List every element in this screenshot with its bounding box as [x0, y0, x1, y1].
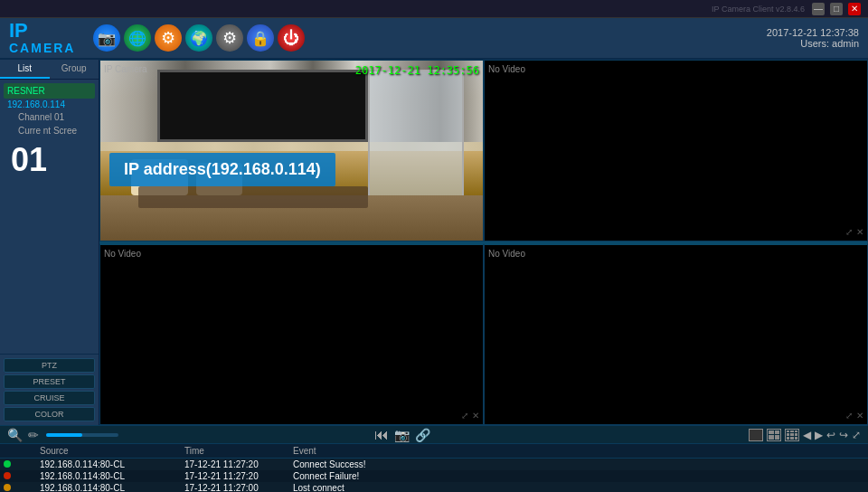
video-icons-bottom-left: ⤢ ✕: [461, 411, 479, 421]
logo-ip: IP: [9, 21, 75, 41]
tab-group[interactable]: Group: [50, 60, 99, 79]
sidebar-tabs: List Group: [0, 60, 99, 80]
no-video-label-bottom-right: No Video: [488, 249, 525, 259]
fullscreen-icon[interactable]: ⤢: [852, 429, 861, 441]
network-icon[interactable]: 🌍: [185, 24, 212, 52]
grid-1x1-button[interactable]: [749, 429, 763, 441]
settings-wheel-icon[interactable]: ⚙: [155, 24, 182, 52]
forward-icon[interactable]: ↪: [839, 429, 848, 441]
close-icon-br[interactable]: ✕: [856, 411, 863, 421]
no-video-label-bottom-left: No Video: [104, 249, 141, 259]
device-resner[interactable]: RESNER: [4, 83, 95, 99]
toolbar-icons: 📷 🌐 ⚙ 🌍 ⚙ 🔒 ⏻: [93, 24, 766, 52]
cam-timestamp: 2017-12-21 12:35:56: [355, 64, 479, 77]
log-area: Source Time Event 192.168.0.114:80-CL 17…: [0, 443, 868, 492]
log-event: Connect Failure!: [293, 471, 864, 481]
edit-icon[interactable]: ✏: [28, 428, 39, 442]
log-source: 192.168.0.114:80-CL: [40, 459, 184, 469]
playback-icon[interactable]: ⏮: [374, 427, 389, 443]
log-source: 192.168.0.114:80-CL: [40, 471, 184, 481]
log-time: 17-12-21 11:27:00: [184, 483, 293, 492]
version-text: IP Camera Client v2.8.4.6: [712, 5, 805, 14]
log-rows: 192.168.0.114:80-CL 17-12-21 11:27:20 Co…: [0, 459, 868, 492]
link-icon[interactable]: 🔗: [415, 428, 430, 442]
search-icon[interactable]: 🔍: [7, 428, 23, 442]
video-icons-top-right: ⤢ ✕: [845, 227, 863, 237]
maximize-button[interactable]: □: [830, 3, 843, 15]
titlebar: IP Camera Client v2.8.4.6 — □ ✕: [0, 0, 868, 18]
video-area: IP Camera 2017-12-21 12:35:56 IP address…: [99, 60, 868, 425]
sidebar: List Group RESNER 192.168.0.114 Channel …: [0, 60, 99, 425]
channel-number: 01: [4, 137, 95, 183]
sidebar-content: RESNER 192.168.0.114 Channel 01 Curre nt…: [0, 80, 99, 354]
log-event: Connect Success!: [293, 459, 864, 469]
expand-icon-br[interactable]: ⤢: [845, 411, 853, 421]
camera-icon[interactable]: 📷: [93, 24, 120, 52]
volume-slider[interactable]: [46, 433, 118, 437]
config-icon[interactable]: ⚙: [216, 24, 243, 52]
next-page-icon[interactable]: ▶: [815, 429, 823, 441]
log-time: 17-12-21 11:27:20: [184, 471, 293, 481]
expand-icon-tr[interactable]: ⤢: [845, 227, 853, 237]
globe-icon[interactable]: 🌐: [124, 24, 151, 52]
preset-button[interactable]: PRESET: [4, 374, 95, 389]
log-header: Source Time Event: [0, 444, 868, 459]
close-button[interactable]: ✕: [848, 3, 861, 15]
close-icon-tr[interactable]: ✕: [856, 227, 863, 237]
close-icon-bl[interactable]: ✕: [472, 411, 479, 421]
expand-icon-bl[interactable]: ⤢: [461, 411, 468, 421]
log-row: 192.168.0.114:80-CL 17-12-21 11:27:20 Co…: [0, 470, 868, 482]
tab-list[interactable]: List: [0, 60, 50, 79]
no-video-label-top-right: No Video: [488, 64, 525, 74]
camera-feed-panel: IP Camera 2017-12-21 12:35:56 IP address…: [99, 60, 484, 241]
back-icon[interactable]: ↩: [826, 429, 835, 441]
ptz-button[interactable]: PTZ: [4, 358, 95, 373]
left-panel-buttons: PTZ PRESET CRUISE COLOR: [0, 354, 99, 425]
cam-panel-label: IP Camera: [104, 64, 147, 74]
prev-page-icon[interactable]: ◀: [803, 429, 811, 441]
log-indicator: [4, 483, 40, 492]
cruise-button[interactable]: CRUISE: [4, 391, 95, 405]
main-content: List Group RESNER 192.168.0.114 Channel …: [0, 60, 868, 425]
log-indicator: [4, 459, 40, 469]
video-grid-top: IP Camera 2017-12-21 12:35:56 IP address…: [99, 60, 868, 241]
video-icons-bottom-right: ⤢ ✕: [845, 411, 863, 421]
log-row: 192.168.0.114:80-CL 17-12-21 11:27:00 Lo…: [0, 482, 868, 492]
log-indicator: [4, 471, 40, 481]
log-col-indicator: [4, 446, 40, 456]
log-time: 17-12-21 11:27:20: [184, 459, 293, 469]
video-panel-top-right: No Video ⤢ ✕: [484, 60, 868, 241]
datetime: 2017-12-21 12:37:38: [767, 27, 859, 38]
bottom-toolbar: 🔍 ✏ ⏮ 📷 🔗 ◀ ▶ ↩ ↪ ⤢: [0, 425, 868, 443]
logo: IP CAMERA: [9, 21, 75, 55]
header: IP CAMERA 📷 🌐 ⚙ 🌍 ⚙ 🔒 ⏻ 2017-12-21 12:37…: [0, 18, 868, 60]
log-col-time: Time: [184, 446, 293, 456]
ip-address-overlay: IP address(192.168.0.114): [109, 153, 335, 186]
color-button[interactable]: COLOR: [4, 407, 95, 421]
titlebar-controls: — □ ✕: [812, 3, 861, 15]
log-source: 192.168.0.114:80-CL: [40, 483, 184, 492]
grid-layout-buttons: ◀ ▶ ↩ ↪ ⤢: [749, 429, 861, 441]
shield-icon[interactable]: 🔒: [247, 24, 274, 52]
logo-camera: CAMERA: [9, 41, 75, 55]
minimize-button[interactable]: —: [812, 3, 825, 15]
grid-2x2-button[interactable]: [767, 429, 781, 441]
video-panel-bottom-left: No Video ⤢ ✕: [99, 243, 484, 425]
log-row: 192.168.0.114:80-CL 17-12-21 11:27:20 Co…: [0, 459, 868, 470]
users-label: Users: admin: [767, 38, 859, 49]
room-image: [100, 61, 483, 241]
video-panel-bottom-right: No Video ⤢ ✕: [484, 243, 868, 425]
device-channel01[interactable]: Channel 01: [4, 110, 95, 124]
camera-snap-icon[interactable]: 📷: [394, 428, 410, 442]
log-event: Lost connect: [293, 483, 864, 492]
device-current-screen[interactable]: Curre nt Scree: [4, 124, 95, 137]
grid-3x3-button[interactable]: [785, 429, 799, 441]
log-col-event: Event: [293, 446, 864, 456]
video-grid-bottom: No Video ⤢ ✕ No Video ⤢ ✕: [99, 241, 868, 425]
power-icon[interactable]: ⏻: [278, 24, 305, 52]
log-col-source: Source: [40, 446, 184, 456]
